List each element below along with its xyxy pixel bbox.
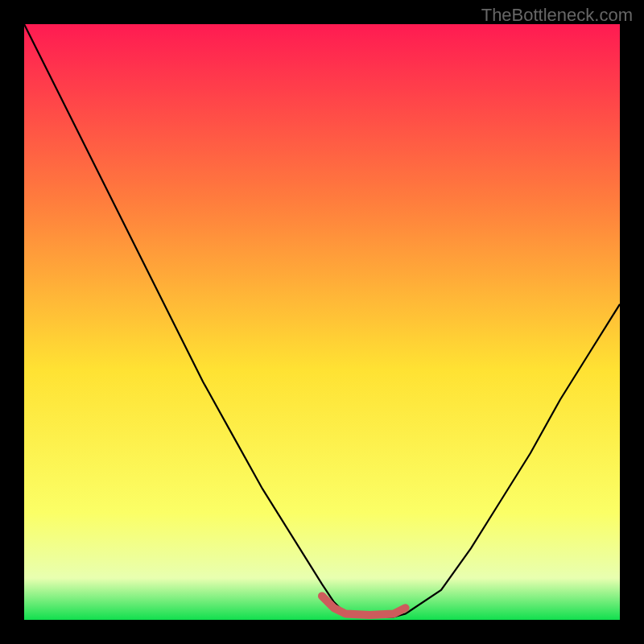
chart-container	[24, 24, 620, 620]
gradient-background	[24, 24, 620, 620]
watermark-text: TheBottleneck.com	[481, 5, 633, 26]
bottleneck-chart	[24, 24, 620, 620]
